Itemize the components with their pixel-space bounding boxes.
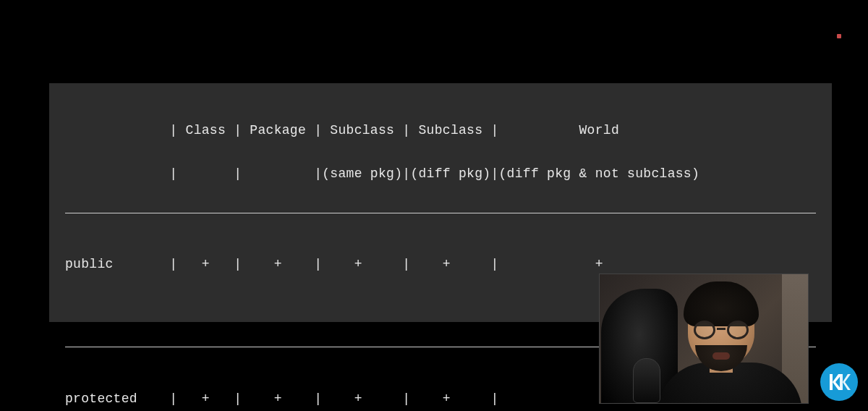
channel-badge bbox=[820, 363, 858, 401]
cursor-indicator bbox=[837, 34, 841, 38]
header-row-2: | | |(same pkg)|(diff pkg)|(diff pkg & n… bbox=[65, 167, 816, 182]
row-public: public | + | + | + | + | + bbox=[65, 258, 816, 273]
svg-rect-2 bbox=[840, 374, 843, 390]
webcam-person bbox=[665, 287, 788, 404]
microphone-icon bbox=[633, 358, 660, 403]
header-row-1: | Class | Package | Subclass | Subclass … bbox=[65, 124, 816, 139]
svg-rect-0 bbox=[830, 374, 833, 390]
rule bbox=[65, 213, 816, 213]
svg-marker-3 bbox=[843, 374, 851, 390]
kk-logo-icon bbox=[827, 370, 851, 394]
presenter-webcam bbox=[599, 274, 809, 404]
